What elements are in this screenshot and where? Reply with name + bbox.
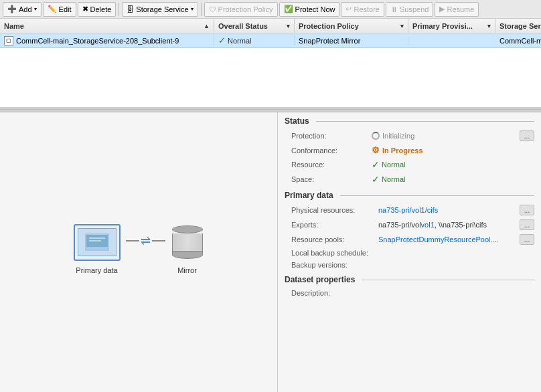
backup-versions-label: Backup versions: [291,261,378,269]
resource-check-icon: ✓ [372,159,380,170]
col-header-name[interactable]: Name ▲ [0,19,214,33]
table-row[interactable]: ▢ CommCell-main_StorageService-208_Subcl… [0,33,541,48]
primary-data-item: Primary data [74,224,121,274]
monitor-icon [74,224,121,261]
conformance-value: ⚙ In Progress [372,145,534,155]
row-storage-value: CommCell-main_Stora... [499,37,541,45]
edit-button[interactable]: ✏️ Edit [43,2,76,17]
col-header-storage[interactable]: Storage Service ▾ [495,19,541,33]
data-row-exports: Exports: na735-pri/volvol1, \\na735-pri\… [278,217,541,232]
description-label: Description: [291,289,378,297]
status-row-protection: Protection: Initializing ... [278,128,541,143]
col-policy-label: Protection Policy [299,22,359,30]
primary-data-section-header: Primary data [278,187,541,203]
space-value: ✓ Normal [372,174,534,185]
exports-value: na735-pri/volvol1, \\na735-pri\cifs [378,221,520,229]
col-header-primary[interactable]: Primary Provisi... ▾ [408,19,495,33]
protection-ellipsis-btn[interactable]: ... [520,130,534,141]
cell-storage: CommCell-main_Stora... [495,37,541,45]
connector: ⇌ [126,233,165,248]
protection-policy-button[interactable]: 🛡 Protection Policy [204,2,278,17]
primary-data-label: Primary data [76,266,117,274]
col-policy-sort: ▾ [400,23,404,29]
exports-link[interactable]: vol1 [421,221,435,229]
exports-label: Exports: [291,221,378,229]
status-row-resource: Resource: ✓ Normal [278,157,541,172]
table-header: Name ▲ Overall Status ▾ Protection Polic… [0,19,541,33]
status-header-label: Status [285,116,309,126]
edit-label: Edit [59,5,72,13]
status-panel: Status Protection: Initializing ... Conf… [278,112,541,392]
primary-data-header-label: Primary data [285,191,333,200]
suspend-label: Suspend [400,5,429,13]
db-shape [172,225,203,259]
delete-button[interactable]: ✖ Delete [78,2,117,17]
col-status-label: Overall Status [218,22,268,30]
space-text: Normal [382,175,405,183]
db-bottom [172,251,203,259]
physical-link[interactable]: na735-pri/vol1/cifs [378,206,438,214]
resource-pools-link[interactable]: SnapProtectDummyResourcePool.... [378,235,499,243]
dataset-section-header: Dataset properties [278,271,541,287]
exports-ellipsis-text: ... [524,221,530,229]
exports-ellipsis-btn[interactable]: ... [520,219,534,230]
exports-suffix: , \\na735-pri\cifs [435,221,487,229]
data-row-physical: Physical resources: na735-pri/vol1/cifs … [278,203,541,217]
col-storage-label: Storage Service [499,22,541,30]
protect-now-label: Protect Now [295,5,335,13]
connector-icon: ⇌ [141,233,151,248]
row-status-value: Normal [228,37,251,45]
add-button[interactable]: ➕ Add ▾ [3,2,42,17]
status-section-header: Status [278,112,541,128]
row-name-value: CommCell-main_StorageService-208_Subclie… [16,37,179,45]
monitor-screen [78,228,117,256]
col-header-policy[interactable]: Protection Policy ▾ [295,19,408,33]
resume-button[interactable]: ▶ Resume [435,2,479,17]
protection-policy-label: Protection Policy [218,5,273,13]
restore-label: Restore [354,5,380,13]
resource-pools-ellipsis-btn[interactable]: ... [520,234,534,245]
sep2 [201,3,202,16]
suspend-button[interactable]: ⏸ Suspend [386,2,433,17]
resource-pools-ellipsis-text: ... [524,236,530,243]
resource-text: Normal [382,161,405,169]
diagram-panel: Primary data ⇌ Mirr [0,112,278,392]
conformance-text: In Progress [382,146,423,155]
policy-icon: 🛡 [209,5,216,13]
protect-icon: ✅ [284,5,293,13]
add-icon: ➕ [7,5,17,13]
delete-label: Delete [90,5,112,13]
add-dropdown-arrow: ▾ [34,6,37,12]
db-icon [171,224,204,261]
status-row-space: Space: ✓ Normal [278,172,541,187]
storage-dropdown-arrow: ▾ [191,6,194,12]
restore-button[interactable]: ↩ Restore [341,2,384,17]
protection-ellipsis-text: ... [524,132,530,140]
col-primary-label: Primary Provisi... [412,22,473,30]
storage-service-button[interactable]: 🗄 Storage Service ▾ [122,2,198,17]
backup-schedule-label: Local backup schedule: [291,249,378,257]
add-label: Add [19,5,32,13]
progress-icon: ⚙ [372,145,380,155]
resource-pools-label: Resource pools: [291,235,378,243]
resource-label: Resource: [291,161,372,169]
cell-policy: SnapProtect Mirror [295,37,408,45]
db-top [172,225,203,233]
protection-text: Initializing [382,132,414,140]
dataset-header-label: Dataset properties [285,275,355,284]
physical-value: na735-pri/vol1/cifs [378,206,520,214]
svg-rect-3 [89,240,101,241]
edit-icon: ✏️ [48,5,57,13]
exports-value-text: na735-pri/vol [378,221,421,229]
protection-value: Initializing [372,132,520,140]
physical-ellipsis-btn[interactable]: ... [520,205,534,215]
storage-icon: 🗄 [127,5,134,13]
row-policy-value: SnapProtect Mirror [299,37,360,45]
col-name-label: Name [4,22,24,30]
col-header-status[interactable]: Overall Status ▾ [214,19,295,33]
cell-status: ✓ Normal [214,35,295,45]
space-label: Space: [291,175,372,183]
sort-asc-icon: ▲ [204,23,210,29]
protect-now-button[interactable]: ✅ Protect Now [279,2,340,17]
screen-svg [84,232,110,252]
